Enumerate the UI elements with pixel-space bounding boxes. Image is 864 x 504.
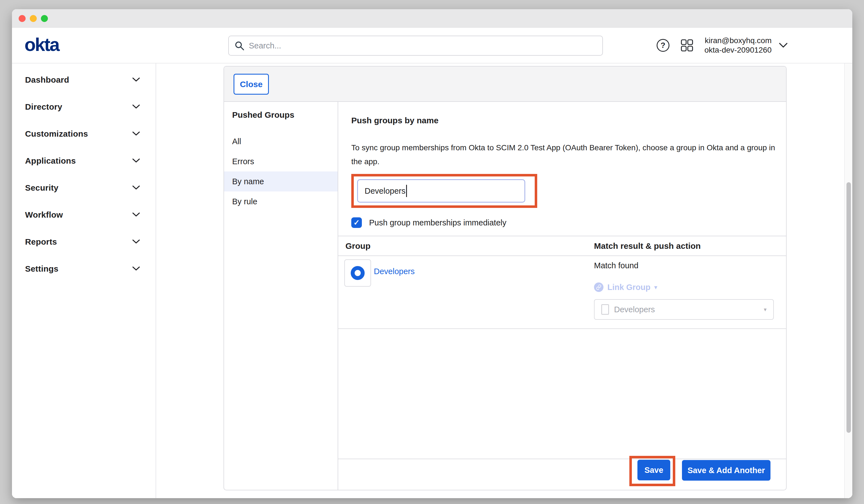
group-cell: Developers [338, 256, 594, 328]
account-email: kiran@boxyhq.com [705, 36, 771, 45]
app-window: okta ? kiran@boxyhq.com okta-dev-2090126… [12, 9, 852, 498]
header-actions: ? kiran@boxyhq.com okta-dev-20901260 [657, 28, 788, 63]
group-name-input[interactable]: Developers [357, 179, 525, 203]
window-minimize-button[interactable] [30, 15, 37, 22]
help-icon[interactable]: ? [657, 39, 670, 52]
target-group-dropdown[interactable]: Developers ▾ [594, 299, 774, 320]
scrollbar-thumb[interactable] [847, 182, 851, 433]
nav-item-all[interactable]: All [224, 131, 338, 152]
caret-down-icon: ▾ [764, 306, 767, 313]
nav-item-by-rule[interactable]: By rule [224, 191, 338, 212]
link-group-label: Link Group [607, 283, 650, 292]
chevron-down-icon [132, 158, 140, 163]
sidebar-item-security[interactable]: Security [12, 174, 156, 201]
okta-logo: okta [24, 34, 59, 55]
sidebar-item-directory[interactable]: Directory [12, 93, 156, 120]
push-groups-panel: Close Pushed Groups All Errors By name B… [224, 66, 787, 490]
nav-item-errors[interactable]: Errors [224, 152, 338, 171]
group-placeholder-icon [601, 304, 609, 315]
panel-body: Pushed Groups All Errors By name By rule… [224, 102, 786, 490]
sidebar-item-dashboard[interactable]: Dashboard [12, 66, 156, 93]
window-titlebar [12, 9, 852, 28]
chevron-down-icon [132, 77, 140, 82]
account-info: kiran@boxyhq.com okta-dev-20901260 [705, 36, 771, 55]
match-result-cell: Match found Link Group [594, 256, 786, 328]
chevron-down-icon [132, 131, 140, 136]
chevron-down-icon [132, 212, 140, 217]
panel-footer: Save Save & Add Another [338, 459, 786, 490]
app-header: okta ? kiran@boxyhq.com okta-dev-2090126… [12, 28, 852, 63]
chevron-down-icon [132, 185, 140, 190]
chevron-down-icon [132, 239, 140, 244]
sidebar-item-workflow[interactable]: Workflow [12, 201, 156, 228]
save-add-another-button[interactable]: Save & Add Another [682, 460, 770, 481]
app-body: Dashboard Directory Customizations Appli… [12, 63, 852, 498]
match-table-header: Group Match result & push action [338, 236, 786, 256]
search-icon [235, 41, 244, 51]
link-group-button[interactable]: Link Group ▾ [594, 283, 786, 292]
column-match-result: Match result & push action [594, 241, 786, 251]
okta-o-icon [351, 266, 365, 280]
match-table: Group Match result & push action [338, 236, 786, 329]
group-name-link[interactable]: Developers [374, 267, 415, 276]
nav-item-by-name[interactable]: By name [224, 171, 338, 191]
group-name-input-value: Developers [365, 187, 406, 196]
save-button[interactable]: Save [637, 460, 670, 480]
text-cursor [406, 185, 407, 197]
search-input[interactable] [249, 41, 597, 50]
pushed-groups-title: Pushed Groups [224, 110, 338, 120]
sidebar-item-customizations[interactable]: Customizations [12, 120, 156, 147]
panel-header: Close [224, 67, 786, 102]
annotation-highlight-save: Save [629, 456, 675, 486]
group-logo-card [344, 260, 371, 287]
window-close-button[interactable] [19, 15, 26, 22]
table-row: Developers Match found [338, 256, 786, 329]
match-status: Match found [594, 261, 786, 270]
main-content: Close Pushed Groups All Errors By name B… [156, 63, 852, 498]
window-controls [19, 15, 48, 22]
form-top: Push groups by name To sync group member… [338, 102, 786, 228]
link-icon [594, 283, 603, 292]
apps-grid-icon[interactable] [681, 39, 693, 52]
push-immediately-checkbox[interactable]: ✓ [351, 217, 362, 228]
sidebar-item-settings[interactable]: Settings [12, 255, 156, 282]
window-zoom-button[interactable] [41, 15, 48, 22]
pushed-groups-nav: Pushed Groups All Errors By name By rule [224, 102, 338, 490]
sidebar-item-reports[interactable]: Reports [12, 228, 156, 255]
caret-down-icon: ▾ [655, 284, 657, 290]
close-button[interactable]: Close [233, 74, 269, 95]
sidebar-item-applications[interactable]: Applications [12, 147, 156, 174]
search-box[interactable] [228, 36, 603, 56]
column-group: Group [338, 241, 594, 251]
target-group-value: Developers [614, 305, 655, 314]
push-by-name-form: Push groups by name To sync group member… [338, 102, 786, 490]
account-org: okta-dev-20901260 [705, 45, 771, 55]
chevron-down-icon [779, 43, 788, 48]
scrollbar-track[interactable] [844, 63, 852, 498]
chevron-down-icon [132, 266, 140, 271]
annotation-highlight-input: Developers [351, 174, 537, 208]
push-immediately-label: Push group memberships immediately [369, 218, 506, 227]
main-sidebar: Dashboard Directory Customizations Appli… [12, 63, 156, 498]
push-immediately-row: ✓ Push group memberships immediately [351, 217, 786, 228]
form-title: Push groups by name [351, 116, 786, 125]
chevron-down-icon [132, 104, 140, 109]
account-menu[interactable]: kiran@boxyhq.com okta-dev-20901260 [705, 36, 788, 55]
form-description: To sync group memberships from Okta to S… [351, 141, 780, 169]
